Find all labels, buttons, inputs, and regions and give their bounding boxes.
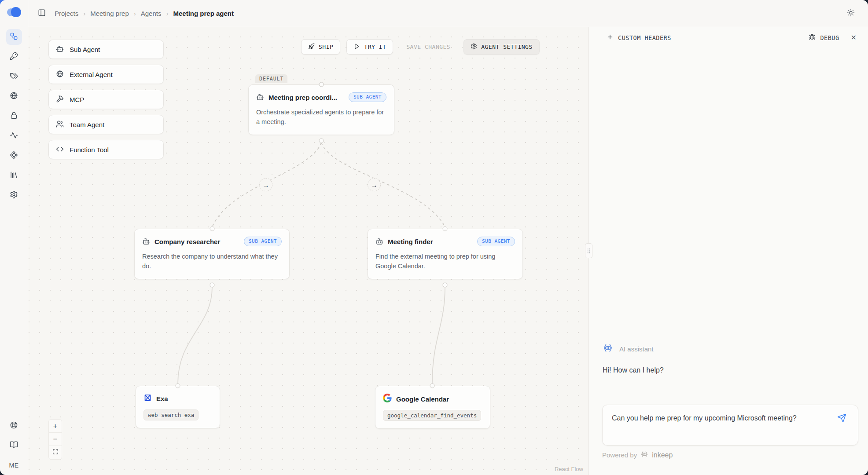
- breadcrumb-agents[interactable]: Agents: [141, 10, 162, 17]
- bot-icon: [56, 45, 64, 54]
- tool-name-pill: web_search_exa: [143, 409, 199, 420]
- inkeep-logo[interactable]: [7, 7, 21, 18]
- top-bar: Projects › Meeting prep › Agents › Meeti…: [28, 0, 868, 27]
- panel-resize-grip[interactable]: [585, 243, 592, 258]
- palette-item-sub-agent[interactable]: Sub Agent: [48, 40, 164, 59]
- sidebar-item-docs[interactable]: [6, 438, 22, 453]
- node-handle[interactable]: [319, 82, 324, 87]
- node-title: Meeting finder: [388, 238, 433, 245]
- node-handle[interactable]: [430, 384, 435, 388]
- node-handle[interactable]: [443, 283, 448, 288]
- custom-headers-button[interactable]: CUSTOM HEADERS: [607, 33, 671, 42]
- left-rail: ME: [0, 0, 28, 475]
- breadcrumb-current: Meeting prep agent: [173, 10, 234, 17]
- palette-item-mcp[interactable]: MCP: [48, 90, 164, 109]
- sidebar-item-security[interactable]: [6, 108, 22, 124]
- node-meeting-finder[interactable]: Meeting finder SUB AGENT Find the extern…: [368, 229, 523, 279]
- inkeep-mark-icon: [640, 450, 649, 460]
- bot-icon: [142, 238, 150, 245]
- right-panel: CUSTOM HEADERS DEBUG ✕ AI assistant Hi! …: [588, 27, 868, 475]
- sub-agent-badge: SUB AGENT: [349, 92, 386, 102]
- activity-icon: [10, 131, 18, 141]
- zoom-in-button[interactable]: +: [49, 420, 62, 433]
- breadcrumb-separator: ›: [166, 10, 168, 17]
- assistant-header: AI assistant: [602, 342, 654, 355]
- agent-settings-button[interactable]: AGENT SETTINGS: [463, 39, 540, 55]
- breadcrumb: Projects › Meeting prep › Agents › Meeti…: [55, 10, 234, 17]
- node-google-calendar-tool[interactable]: Google Calendar google_calendar_find_eve…: [375, 386, 490, 429]
- node-title: Google Calendar: [396, 395, 449, 403]
- settings-icon: [10, 190, 18, 200]
- close-icon: ✕: [851, 34, 857, 41]
- default-agent-tag: DEFAULT: [255, 74, 287, 83]
- node-palette: Sub Agent External Agent MCP Team Agent: [48, 40, 164, 159]
- custom-headers-label: CUSTOM HEADERS: [618, 34, 671, 41]
- sidebar-item-library[interactable]: [6, 168, 22, 183]
- node-company-researcher[interactable]: Company researcher SUB AGENT Research th…: [134, 229, 290, 279]
- exa-logo-icon: [143, 394, 152, 404]
- node-handle[interactable]: [319, 139, 324, 143]
- bug-icon: [809, 33, 816, 42]
- node-title: Company researcher: [154, 238, 220, 245]
- key-icon: [10, 52, 18, 62]
- node-handle[interactable]: [210, 283, 215, 288]
- debug-button[interactable]: DEBUG: [809, 33, 839, 42]
- fit-view-button[interactable]: [49, 446, 62, 459]
- edge-transfer-arrow: →: [259, 178, 272, 191]
- try-it-label: TRY IT: [364, 44, 386, 50]
- sidebar-item-components[interactable]: [6, 148, 22, 164]
- theme-toggle-button[interactable]: [847, 9, 855, 18]
- sidebar-item-domains[interactable]: [6, 88, 22, 104]
- workflow-icon: [10, 32, 18, 42]
- panel-left-icon: [38, 9, 46, 18]
- breadcrumb-projects[interactable]: Projects: [55, 10, 78, 17]
- node-handle[interactable]: [210, 227, 215, 231]
- close-panel-button[interactable]: ✕: [851, 33, 857, 42]
- palette-item-label: Sub Agent: [70, 46, 100, 53]
- agent-settings-label: AGENT SETTINGS: [481, 44, 533, 50]
- save-changes-button[interactable]: SAVE CHANGES: [399, 39, 457, 55]
- right-panel-header: CUSTOM HEADERS DEBUG ✕: [607, 33, 857, 42]
- react-flow-attribution[interactable]: React Flow: [555, 466, 583, 472]
- components-icon: [10, 151, 18, 161]
- chat-input[interactable]: Can you help me prep for my upcoming Mic…: [602, 405, 858, 446]
- palette-item-function-tool[interactable]: Function Tool: [48, 140, 164, 159]
- canvas-toolbar: SHIP TRY IT SAVE CHANGES AGENT SETTINGS: [301, 39, 540, 55]
- sidebar-item-help[interactable]: [6, 418, 22, 434]
- code-icon: [56, 145, 64, 154]
- node-handle[interactable]: [443, 227, 448, 231]
- users-icon: [56, 120, 64, 129]
- sidebar-item-settings[interactable]: [6, 187, 22, 203]
- palette-item-team-agent[interactable]: Team Agent: [48, 115, 164, 134]
- palette-item-label: External Agent: [70, 71, 113, 78]
- sidebar-item-credentials[interactable]: [6, 69, 22, 84]
- sidebar-item-keys[interactable]: [6, 49, 22, 65]
- google-logo-icon: [383, 394, 392, 404]
- palette-item-label: Function Tool: [70, 146, 109, 153]
- node-description: Research the company to understand what …: [142, 252, 282, 271]
- powered-by: Powered by inkeep: [602, 450, 673, 460]
- panel-toggle-button[interactable]: [38, 9, 46, 18]
- node-description: Find the external meeting to prep for us…: [375, 252, 515, 271]
- breadcrumb-separator: ›: [83, 10, 85, 17]
- send-icon: [837, 417, 846, 424]
- node-title: Exa: [156, 395, 168, 402]
- breadcrumb-project[interactable]: Meeting prep: [90, 10, 129, 17]
- sub-agent-badge: SUB AGENT: [477, 237, 515, 246]
- inkeep-brand-link[interactable]: inkeep: [652, 451, 673, 459]
- inkeep-mark-icon: [602, 342, 614, 355]
- user-avatar[interactable]: ME: [9, 462, 19, 469]
- debug-label: DEBUG: [820, 34, 839, 41]
- node-meeting-prep-coordinator[interactable]: Meeting prep coordi... SUB AGENT Orchest…: [248, 84, 394, 135]
- try-it-button[interactable]: TRY IT: [346, 39, 393, 55]
- sidebar-item-activity[interactable]: [6, 128, 22, 144]
- graph-canvas[interactable]: → → Sub Agent External Agent MCP: [28, 27, 588, 475]
- sidebar-item-agents[interactable]: [6, 29, 22, 45]
- send-button[interactable]: [837, 413, 846, 424]
- node-handle[interactable]: [176, 384, 180, 388]
- node-exa-tool[interactable]: Exa web_search_exa: [136, 386, 220, 428]
- ship-button[interactable]: SHIP: [301, 39, 340, 55]
- play-icon: [353, 43, 360, 51]
- palette-item-external-agent[interactable]: External Agent: [48, 65, 164, 84]
- zoom-out-button[interactable]: −: [49, 433, 62, 446]
